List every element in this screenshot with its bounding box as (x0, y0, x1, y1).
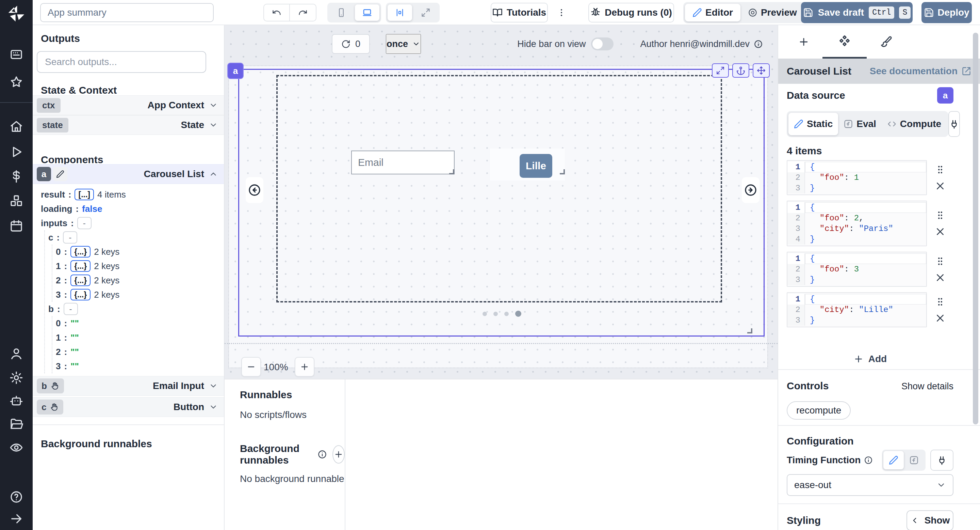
chevron-down-icon[interactable] (209, 121, 218, 129)
static-mode-button[interactable] (883, 451, 904, 469)
user-icon[interactable] (10, 347, 23, 360)
ctx-row[interactable]: ctx App Context (33, 95, 224, 115)
remove-item-icon[interactable] (935, 273, 945, 283)
settings-gear-icon[interactable] (10, 371, 23, 385)
static-mode-button[interactable]: Static (788, 113, 838, 135)
expand-component-icon[interactable] (712, 63, 729, 78)
move-component-icon[interactable] (753, 63, 770, 78)
json-item-editor[interactable]: 1 { 2 "foo": 3 3 } (787, 252, 927, 287)
chevron-up-icon[interactable] (209, 170, 218, 179)
resize-handle[interactable] (449, 169, 454, 174)
folders-icon[interactable] (10, 418, 23, 431)
canvas-region[interactable]: 0 once Hide bar on view Author henri@win… (224, 25, 778, 379)
resize-handle[interactable] (560, 169, 565, 174)
help-icon[interactable] (10, 490, 23, 504)
remove-item-icon[interactable] (935, 181, 945, 191)
recompute-button[interactable]: recompute (787, 401, 851, 420)
more-menu-icon[interactable] (557, 6, 570, 19)
carousel-dot[interactable] (515, 311, 521, 317)
connect-plug-button[interactable] (930, 450, 953, 471)
carousel-dot[interactable] (493, 312, 498, 316)
runs-icon[interactable] (10, 145, 23, 159)
expand-array-badge[interactable]: [...] (75, 189, 94, 200)
audit-logs-eye-icon[interactable] (10, 441, 23, 454)
debug-runs-button[interactable]: Debug runs (0) (588, 3, 674, 22)
collapse-toggle[interactable]: - (77, 217, 92, 229)
info-icon[interactable] (864, 456, 873, 465)
compute-mode-button[interactable]: Compute (882, 113, 947, 135)
eval-mode-button[interactable]: Eval (838, 113, 882, 135)
info-icon[interactable] (754, 40, 763, 49)
app-summary-input[interactable] (40, 3, 214, 22)
desktop-view-button[interactable] (355, 5, 379, 21)
mobile-view-button[interactable] (329, 5, 353, 21)
remove-item-icon[interactable] (935, 313, 945, 323)
styling-brush-tab[interactable] (878, 34, 894, 50)
json-item-editor[interactable]: 1 { 2 "city": "Lille" 3 } (787, 292, 927, 327)
button-component[interactable]: Lille (520, 154, 552, 178)
component-a-row[interactable]: a Carousel List (33, 164, 224, 184)
json-item-editor[interactable]: 1 { 2 "foo": 1 3 } (787, 160, 927, 195)
expand-object-badge[interactable]: {...} (70, 260, 91, 272)
drag-handle-icon[interactable] (935, 210, 945, 220)
variables-icon[interactable] (10, 170, 23, 183)
insert-component-tab[interactable] (795, 34, 812, 50)
resources-icon[interactable] (10, 194, 23, 208)
state-row[interactable]: state State (33, 115, 224, 135)
settings-components-tab[interactable] (836, 34, 853, 50)
zoom-out-button[interactable] (241, 357, 261, 377)
rename-pencil-icon[interactable] (53, 167, 67, 181)
editor-tab[interactable]: Editor (685, 4, 740, 21)
carousel-prev-button[interactable] (246, 177, 263, 203)
remove-item-icon[interactable] (935, 227, 945, 237)
see-documentation-link[interactable]: See documentation (870, 66, 971, 77)
expand-object-badge[interactable]: {...} (70, 275, 91, 286)
star-icon[interactable] (10, 75, 23, 89)
anchor-component-icon[interactable] (732, 63, 749, 78)
component-c-row[interactable]: c Button (33, 397, 224, 417)
redo-button[interactable] (290, 5, 316, 21)
drag-handle-icon[interactable] (935, 297, 945, 307)
info-icon[interactable] (318, 450, 327, 459)
fullscreen-button[interactable] (414, 5, 438, 21)
carousel-dot[interactable] (482, 312, 487, 316)
workers-robot-icon[interactable] (10, 394, 23, 408)
hide-bar-toggle[interactable] (591, 37, 614, 50)
scrollbar-thumb[interactable] (973, 33, 978, 425)
drag-handle-icon[interactable] (935, 164, 945, 175)
add-background-runnable-button[interactable] (332, 445, 345, 464)
center-content-button[interactable] (388, 5, 412, 21)
windmill-logo-icon[interactable] (7, 4, 26, 23)
zoom-in-button[interactable] (295, 357, 314, 377)
chevron-down-icon[interactable] (209, 382, 218, 390)
json-item-editor[interactable]: 1 { 2 "foo": 2, 3 "city": "Paris" 4 } (787, 201, 927, 246)
expand-object-badge[interactable]: {...} (70, 289, 91, 300)
expand-object-badge[interactable]: {...} (70, 246, 91, 257)
undo-button[interactable] (264, 5, 290, 21)
email-input-component[interactable] (351, 150, 455, 174)
styling-show-button[interactable]: Show (907, 510, 953, 530)
show-details-link[interactable]: Show details (901, 381, 953, 392)
drag-handle-icon[interactable] (935, 256, 945, 267)
add-item-button[interactable]: Add (787, 350, 953, 369)
carousel-next-button[interactable] (742, 177, 759, 203)
save-draft-button[interactable]: Save draft Ctrl S (801, 2, 913, 23)
component-b-row[interactable]: b Email Input (33, 376, 224, 396)
eval-mode-button[interactable] (904, 451, 924, 469)
apps-icon[interactable] (10, 48, 23, 61)
run-mode-dropdown[interactable]: once (386, 34, 421, 54)
home-icon[interactable] (10, 120, 23, 134)
frame-resize-handle[interactable] (747, 328, 752, 334)
chevron-down-icon[interactable] (209, 101, 218, 110)
carousel-drop-zone[interactable] (276, 75, 722, 302)
collapse-toggle[interactable]: - (63, 231, 77, 244)
preview-tab[interactable]: Preview (740, 4, 804, 21)
chevron-down-icon[interactable] (209, 402, 218, 412)
timing-function-select[interactable]: ease-out (787, 474, 953, 496)
carousel-dot[interactable] (504, 312, 509, 316)
deploy-button[interactable]: Deploy (921, 2, 972, 23)
tutorials-button[interactable]: Tutorials (491, 3, 548, 22)
collapse-toggle[interactable]: - (64, 303, 78, 315)
refresh-count-button[interactable]: 0 (332, 34, 370, 54)
connect-plug-button[interactable] (948, 111, 960, 137)
